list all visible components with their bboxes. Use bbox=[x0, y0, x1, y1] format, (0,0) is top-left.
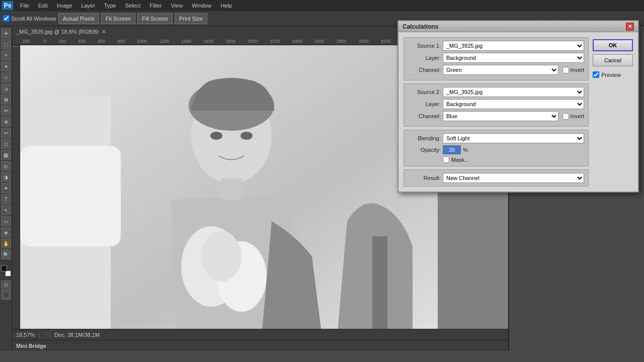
history-brush-tool[interactable]: ↩ bbox=[1, 128, 11, 138]
ok-button[interactable]: OK bbox=[593, 39, 633, 51]
source1-file-select[interactable]: _MG_3925.jpg bbox=[443, 41, 584, 51]
source1-channel-select-wrapper: Green bbox=[443, 65, 558, 75]
source1-file-row: Source 1: _MG_3925.jpg bbox=[408, 41, 584, 51]
pen-tool[interactable]: ✒ bbox=[1, 183, 11, 193]
result-select[interactable]: New Channel bbox=[443, 173, 584, 183]
dialog-close-button[interactable]: ✕ bbox=[626, 23, 634, 31]
actual-pixels-button[interactable]: Actual Pixels bbox=[58, 13, 99, 24]
app-logo: Ps bbox=[2, 1, 13, 10]
menu-image[interactable]: Image bbox=[53, 2, 76, 10]
cancel-button[interactable]: Cancel bbox=[593, 54, 633, 66]
source2-channel-select[interactable]: Blue bbox=[443, 111, 558, 121]
source2-invert-label[interactable]: Invert bbox=[562, 113, 584, 120]
source1-layer-row: Layer: Background bbox=[408, 53, 584, 63]
shape-tool[interactable]: ▭ bbox=[1, 216, 11, 226]
source2-channel-row: Channel: Blue Invert bbox=[408, 111, 584, 121]
source1-invert-label[interactable]: Invert bbox=[562, 67, 584, 73]
preview-row: Preview bbox=[593, 71, 633, 78]
hand-tool[interactable]: ✋ bbox=[1, 238, 11, 248]
menu-view[interactable]: View bbox=[167, 2, 187, 10]
path-selection-tool[interactable]: ↖ bbox=[1, 205, 11, 215]
source2-layer-row: Layer: Background bbox=[408, 99, 584, 109]
blending-section: Blending: Soft Light Opacity: % Mask... bbox=[404, 130, 589, 166]
blending-label: Blending: bbox=[408, 135, 441, 141]
source1-file-select-wrapper: _MG_3925.jpg bbox=[443, 41, 584, 51]
blending-mode-select[interactable]: Soft Light bbox=[443, 133, 584, 143]
result-section: Result: New Channel bbox=[404, 169, 589, 187]
dialog-body: Source 1: _MG_3925.jpg Layer: Background bbox=[398, 32, 638, 192]
gradient-tool[interactable]: ▦ bbox=[1, 150, 11, 160]
opacity-input[interactable] bbox=[443, 145, 461, 154]
mini-bridge-bar[interactable]: Mini Bridge bbox=[12, 340, 508, 351]
preview-checkbox[interactable] bbox=[593, 71, 599, 78]
crop-tool[interactable]: ⊹ bbox=[1, 72, 11, 82]
dialog-right: OK Cancel Preview bbox=[593, 37, 633, 187]
source2-invert-checkbox[interactable] bbox=[562, 113, 569, 120]
dodge-tool[interactable]: ◑ bbox=[1, 172, 11, 182]
menu-filter[interactable]: Filter bbox=[145, 2, 166, 10]
stamp-tool[interactable]: ⊕ bbox=[1, 117, 11, 127]
menu-select[interactable]: Select bbox=[121, 2, 145, 10]
source2-layer-select[interactable]: Background bbox=[443, 99, 584, 109]
photo-svg bbox=[20, 45, 438, 337]
calculations-dialog: Calculations ✕ Source 1: _MG_3925.jpg La… bbox=[397, 20, 639, 193]
menu-file[interactable]: File bbox=[16, 2, 33, 10]
eyedropper-tool[interactable]: ⊿ bbox=[1, 83, 11, 94]
menu-type[interactable]: Type bbox=[100, 2, 120, 10]
magic-wand-tool[interactable]: ✦ bbox=[1, 61, 11, 71]
mask-label: Mask... bbox=[451, 157, 469, 163]
3d-tool[interactable]: ◈ bbox=[1, 227, 11, 237]
doc-info: Doc: 38,1M/38,1M bbox=[54, 332, 100, 338]
marquee-tool[interactable]: ⬚ bbox=[1, 39, 11, 49]
healing-brush-tool[interactable]: ✿ bbox=[1, 95, 11, 105]
source1-layer-select-wrapper: Background bbox=[443, 53, 584, 63]
eraser-tool[interactable]: ◻ bbox=[1, 139, 11, 149]
move-tool[interactable]: ✛ bbox=[1, 28, 11, 38]
opacity-row: Opacity: % bbox=[408, 145, 584, 154]
quick-mask-tool[interactable]: ◫ bbox=[1, 281, 11, 289]
svg-rect-10 bbox=[20, 146, 121, 246]
result-select-wrapper: New Channel bbox=[443, 173, 584, 183]
zoom-level: 18,57% bbox=[16, 332, 35, 338]
menu-window[interactable]: Window bbox=[188, 2, 215, 10]
source2-label: Source 2: bbox=[408, 89, 441, 95]
lasso-tool[interactable]: ⌖ bbox=[1, 50, 11, 60]
dialog-title: Calculations bbox=[403, 23, 438, 30]
svg-point-3 bbox=[210, 132, 222, 140]
menu-edit[interactable]: Edit bbox=[34, 2, 52, 10]
screen-mode-tool[interactable]: ⬛ bbox=[1, 290, 11, 300]
source1-invert-checkbox[interactable] bbox=[562, 67, 569, 73]
source2-file-row: Source 2: _MG_3925.jpg bbox=[408, 87, 584, 97]
source2-layer-label: Layer: bbox=[408, 101, 441, 107]
menu-help[interactable]: Help bbox=[216, 2, 236, 10]
source1-channel-select[interactable]: Green bbox=[443, 65, 558, 75]
canvas-tab-close[interactable]: ✕ bbox=[102, 29, 106, 35]
menu-layer[interactable]: Layer bbox=[77, 2, 99, 10]
source1-section: Source 1: _MG_3925.jpg Layer: Background bbox=[404, 37, 589, 80]
svg-point-8 bbox=[201, 231, 242, 282]
zoom-tool[interactable]: 🔍 bbox=[1, 249, 11, 259]
source2-section: Source 2: _MG_3925.jpg Layer: Background bbox=[404, 83, 589, 127]
percent-label: % bbox=[463, 147, 468, 153]
source2-file-select[interactable]: _MG_3925.jpg bbox=[443, 87, 584, 97]
blur-tool[interactable]: ◎ bbox=[1, 161, 11, 171]
print-size-button[interactable]: Print Size bbox=[175, 13, 207, 24]
text-tool[interactable]: T bbox=[1, 194, 11, 204]
source1-layer-label: Layer: bbox=[408, 55, 441, 61]
fill-screen-button[interactable]: Fill Screen bbox=[137, 13, 173, 24]
source2-channel-label: Channel: bbox=[408, 113, 441, 119]
ruler-vertical: │ bbox=[12, 45, 20, 351]
color-swatches[interactable] bbox=[1, 265, 11, 277]
source1-layer-select[interactable]: Background bbox=[443, 53, 584, 63]
mask-checkbox[interactable] bbox=[443, 156, 449, 163]
fit-screen-button[interactable]: Fit Screen bbox=[101, 13, 135, 24]
blending-select-wrapper: Soft Light bbox=[443, 133, 584, 143]
source1-label: Source 1: bbox=[408, 43, 441, 49]
scroll-all-windows-checkbox[interactable]: Scroll All Windows bbox=[3, 15, 56, 22]
svg-rect-11 bbox=[372, 236, 387, 337]
source1-channel-row: Channel: Green Invert bbox=[408, 65, 584, 75]
dialog-titlebar: Calculations ✕ bbox=[398, 21, 638, 32]
result-label: Result: bbox=[408, 175, 441, 181]
status-bar: 18,57% | ⬛ Doc: 38,1M/38,1M bbox=[12, 329, 508, 340]
brush-tool[interactable]: ✏ bbox=[1, 106, 11, 116]
